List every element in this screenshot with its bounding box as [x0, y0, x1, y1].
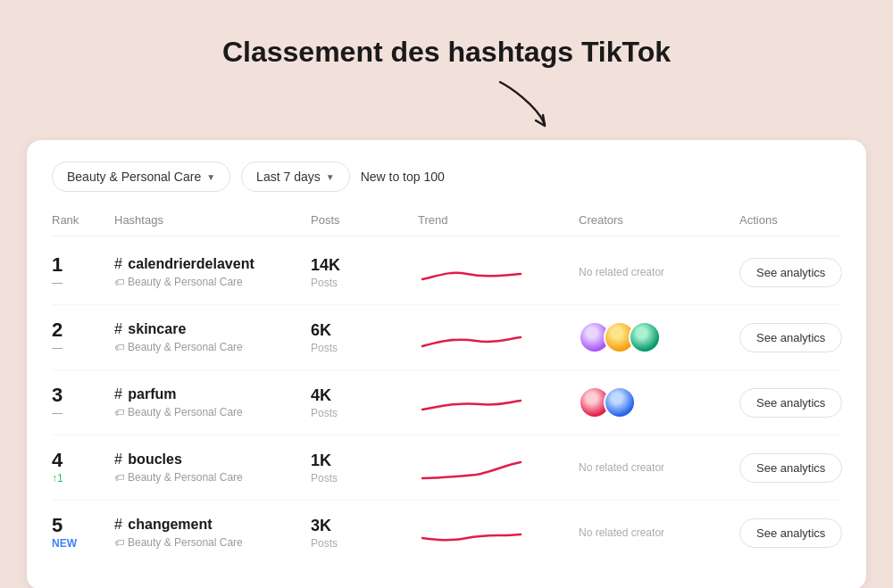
- page-title: Classement des hashtags TikTok: [27, 36, 866, 69]
- posts-count: 3K: [311, 517, 418, 535]
- see-analytics-button[interactable]: See analytics: [739, 258, 842, 287]
- rank-change: ↑1: [52, 472, 114, 484]
- posts-cell: 1K Posts: [311, 451, 418, 484]
- posts-label: Posts: [311, 537, 418, 550]
- rank-cell: 4 ↑1: [52, 451, 114, 484]
- actions-cell: See analytics: [739, 518, 864, 548]
- no-creator-label: No related creator: [579, 266, 664, 278]
- posts-label: Posts: [311, 277, 418, 289]
- rank-number: 2: [52, 320, 114, 340]
- creators-cell: No related creator: [579, 461, 739, 474]
- table-row: 5 NEW # changement 🏷 Beauty & Personal C…: [52, 501, 841, 565]
- tag-icon: 🏷: [114, 407, 124, 418]
- creator-avatars: [579, 386, 629, 418]
- avatar: [629, 321, 661, 353]
- chevron-down-icon: ▼: [206, 172, 215, 182]
- table-row: 1 — # calendrierdelavent 🏷 Beauty & Pers…: [52, 240, 841, 305]
- tag-icon: 🏷: [114, 537, 124, 548]
- category-filter[interactable]: Beauty & Personal Care ▼: [52, 161, 230, 192]
- rank-cell: 3 —: [52, 385, 114, 419]
- hashtag-name: # boucles: [114, 451, 311, 468]
- actions-cell: See analytics: [739, 258, 864, 287]
- trend-cell: [418, 319, 579, 355]
- creators-cell: [579, 386, 739, 418]
- hashtag-cell: # skincare 🏷 Beauty & Personal Care: [114, 321, 311, 353]
- hashtag-category: 🏷 Beauty & Personal Care: [114, 341, 311, 353]
- posts-count: 1K: [311, 451, 418, 470]
- col-rank: Rank: [52, 213, 114, 227]
- see-analytics-button[interactable]: See analytics: [739, 518, 842, 548]
- posts-label: Posts: [311, 407, 418, 419]
- tag-icon: 🏷: [114, 342, 124, 352]
- outer-container: Classement des hashtags TikTok Beauty & …: [18, 18, 875, 588]
- rank-cell: 1 —: [52, 255, 114, 289]
- no-creator-label: No related creator: [579, 461, 664, 474]
- rank-number: 1: [52, 255, 114, 275]
- hashtag-name: # skincare: [114, 321, 311, 337]
- creators-cell: No related creator: [579, 266, 739, 278]
- hashtag-cell: # changement 🏷 Beauty & Personal Care: [114, 517, 311, 549]
- table-row: 2 — # skincare 🏷 Beauty & Personal Care …: [52, 305, 841, 370]
- rank-cell: 2 —: [52, 320, 114, 354]
- trend-cell: [418, 515, 579, 551]
- posts-cell: 4K Posts: [311, 386, 418, 419]
- trend-chart: [418, 450, 525, 485]
- posts-label: Posts: [311, 472, 418, 484]
- trend-cell: [418, 385, 579, 420]
- avatar: [604, 386, 636, 418]
- posts-cell: 3K Posts: [311, 517, 418, 550]
- actions-cell: See analytics: [739, 388, 864, 418]
- creators-cell: [579, 321, 739, 353]
- col-posts: Posts: [311, 213, 418, 227]
- see-analytics-button[interactable]: See analytics: [739, 453, 842, 483]
- hashtag-category: 🏷 Beauty & Personal Care: [114, 471, 311, 484]
- actions-cell: See analytics: [739, 453, 864, 483]
- rank-number: 3: [52, 385, 114, 405]
- period-filter-label: Last 7 days: [256, 170, 321, 184]
- posts-count: 14K: [311, 256, 418, 275]
- table-row: 4 ↑1 # boucles 🏷 Beauty & Personal Care …: [52, 435, 841, 501]
- rank-change: —: [52, 277, 114, 289]
- posts-count: 4K: [311, 386, 418, 405]
- trend-chart: [418, 254, 525, 290]
- trend-cell: [418, 450, 579, 485]
- rank-change: —: [52, 407, 114, 419]
- hashtag-category: 🏷 Beauty & Personal Care: [114, 536, 311, 549]
- posts-cell: 6K Posts: [311, 321, 418, 354]
- rank-cell: 5 NEW: [52, 516, 114, 550]
- tag-icon: 🏷: [114, 472, 124, 483]
- creator-avatars: [579, 321, 654, 353]
- rank-number: 4: [52, 451, 114, 470]
- hashtag-cell: # parfum 🏷 Beauty & Personal Care: [114, 386, 311, 418]
- see-analytics-button[interactable]: See analytics: [739, 388, 842, 418]
- arrow-decoration: [27, 78, 866, 131]
- col-trend: Trend: [418, 213, 579, 227]
- trend-cell: [418, 254, 579, 290]
- posts-count: 6K: [311, 321, 418, 340]
- new-to-top-badge: New to top 100: [361, 170, 445, 184]
- rank-change: NEW: [52, 537, 114, 550]
- main-card: Beauty & Personal Care ▼ Last 7 days ▼ N…: [27, 140, 866, 588]
- hashtag-category: 🏷 Beauty & Personal Care: [114, 406, 311, 418]
- trend-chart: [418, 385, 525, 420]
- col-actions: Actions: [739, 213, 864, 227]
- filters-row: Beauty & Personal Care ▼ Last 7 days ▼ N…: [52, 161, 841, 192]
- rank-change: —: [52, 342, 114, 354]
- hashtag-cell: # calendrierdelavent 🏷 Beauty & Personal…: [114, 256, 311, 288]
- creators-cell: No related creator: [579, 526, 739, 539]
- chevron-down-icon: ▼: [326, 172, 335, 182]
- hashtag-cell: # boucles 🏷 Beauty & Personal Care: [114, 451, 311, 484]
- col-hashtags: Hashtags: [114, 213, 311, 227]
- actions-cell: See analytics: [739, 323, 864, 352]
- trend-chart: [418, 515, 525, 551]
- hashtag-name: # parfum: [114, 386, 311, 402]
- table-header: Rank Hashtags Posts Trend Creators Actio…: [52, 213, 841, 236]
- no-creator-label: No related creator: [579, 526, 664, 539]
- tag-icon: 🏷: [114, 277, 124, 287]
- table-row: 3 — # parfum 🏷 Beauty & Personal Care 4K…: [52, 370, 841, 435]
- period-filter[interactable]: Last 7 days ▼: [241, 161, 350, 192]
- posts-cell: 14K Posts: [311, 256, 418, 289]
- arrow-icon: [473, 78, 580, 131]
- see-analytics-button[interactable]: See analytics: [739, 323, 842, 352]
- posts-label: Posts: [311, 342, 418, 354]
